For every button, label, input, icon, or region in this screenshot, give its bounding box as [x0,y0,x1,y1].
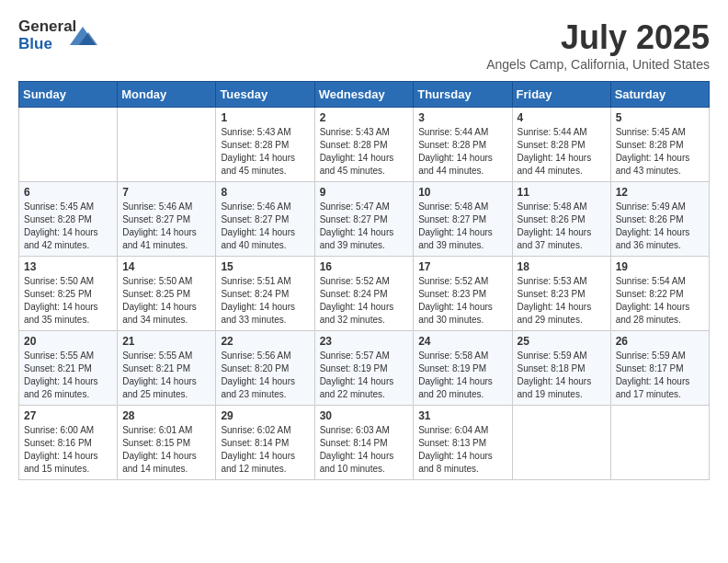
day-number: 29 [221,409,309,422]
day-info: Sunrise: 6:03 AM Sunset: 8:14 PM Dayligh… [320,424,409,476]
day-info: Sunrise: 6:04 AM Sunset: 8:13 PM Dayligh… [418,424,506,476]
table-row: 10Sunrise: 5:48 AM Sunset: 8:27 PM Dayli… [414,182,512,257]
day-number: 2 [320,111,409,124]
day-number: 26 [616,335,704,348]
day-info: Sunrise: 5:51 AM Sunset: 8:24 PM Dayligh… [221,275,309,327]
day-number: 9 [320,186,409,199]
day-number: 18 [518,260,606,273]
calendar-week-row: 6Sunrise: 5:45 AM Sunset: 8:28 PM Daylig… [19,182,710,257]
col-monday: Monday [118,82,216,108]
day-info: Sunrise: 5:45 AM Sunset: 8:28 PM Dayligh… [24,201,112,252]
page-header: General Blue July 2025 Angels Camp, Cali… [18,18,710,72]
col-tuesday: Tuesday [216,82,314,108]
table-row: 19Sunrise: 5:54 AM Sunset: 8:22 PM Dayli… [610,257,709,331]
day-info: Sunrise: 5:56 AM Sunset: 8:20 PM Dayligh… [221,350,309,401]
location-subtitle: Angels Camp, California, United States [486,57,710,72]
calendar-week-row: 1Sunrise: 5:43 AM Sunset: 8:28 PM Daylig… [19,108,710,182]
day-number: 27 [24,409,112,422]
calendar-week-row: 27Sunrise: 6:00 AM Sunset: 8:16 PM Dayli… [19,406,710,480]
logo-blue: Blue [18,36,64,53]
day-info: Sunrise: 5:58 AM Sunset: 8:19 PM Dayligh… [418,350,506,401]
day-number: 7 [122,186,210,199]
table-row: 30Sunrise: 6:03 AM Sunset: 8:14 PM Dayli… [314,406,414,480]
table-row: 8Sunrise: 5:46 AM Sunset: 8:27 PM Daylig… [216,182,314,257]
col-thursday: Thursday [414,82,512,108]
title-block: July 2025 Angels Camp, California, Unite… [486,18,710,72]
day-info: Sunrise: 6:01 AM Sunset: 8:15 PM Dayligh… [122,424,210,476]
table-row: 27Sunrise: 6:00 AM Sunset: 8:16 PM Dayli… [19,406,118,480]
table-row: 16Sunrise: 5:52 AM Sunset: 8:24 PM Dayli… [314,257,414,331]
table-row: 25Sunrise: 5:59 AM Sunset: 8:18 PM Dayli… [512,331,610,406]
day-number: 28 [122,409,210,422]
day-info: Sunrise: 5:50 AM Sunset: 8:25 PM Dayligh… [24,275,112,327]
day-info: Sunrise: 5:47 AM Sunset: 8:27 PM Dayligh… [320,201,409,252]
day-info: Sunrise: 5:59 AM Sunset: 8:18 PM Dayligh… [518,350,606,401]
table-row: 9Sunrise: 5:47 AM Sunset: 8:27 PM Daylig… [314,182,414,257]
table-row: 14Sunrise: 5:50 AM Sunset: 8:25 PM Dayli… [118,257,216,331]
table-row: 26Sunrise: 5:59 AM Sunset: 8:17 PM Dayli… [610,331,709,406]
table-row: 3Sunrise: 5:44 AM Sunset: 8:28 PM Daylig… [414,108,512,182]
day-info: Sunrise: 5:57 AM Sunset: 8:19 PM Dayligh… [320,350,409,401]
day-number: 25 [518,335,606,348]
day-number: 1 [221,111,309,124]
day-number: 10 [418,186,506,199]
col-friday: Friday [512,82,610,108]
day-info: Sunrise: 5:45 AM Sunset: 8:28 PM Dayligh… [616,126,704,178]
day-info: Sunrise: 5:52 AM Sunset: 8:24 PM Dayligh… [320,275,409,327]
table-row: 1Sunrise: 5:43 AM Sunset: 8:28 PM Daylig… [216,108,314,182]
day-number: 14 [122,260,210,273]
table-row: 20Sunrise: 5:55 AM Sunset: 8:21 PM Dayli… [19,331,118,406]
logo: General Blue [18,18,97,55]
day-number: 11 [518,186,606,199]
day-info: Sunrise: 5:44 AM Sunset: 8:28 PM Dayligh… [518,126,606,178]
calendar-week-row: 20Sunrise: 5:55 AM Sunset: 8:21 PM Dayli… [19,331,710,406]
day-info: Sunrise: 5:55 AM Sunset: 8:21 PM Dayligh… [122,350,210,401]
table-row: 23Sunrise: 5:57 AM Sunset: 8:19 PM Dayli… [314,331,414,406]
day-info: Sunrise: 5:46 AM Sunset: 8:27 PM Dayligh… [221,201,309,252]
table-row: 11Sunrise: 5:48 AM Sunset: 8:26 PM Dayli… [512,182,610,257]
day-number: 15 [221,260,309,273]
day-number: 24 [418,335,506,348]
day-number: 4 [518,111,606,124]
calendar-table: Sunday Monday Tuesday Wednesday Thursday… [18,81,710,480]
table-row [512,406,610,480]
day-info: Sunrise: 5:43 AM Sunset: 8:28 PM Dayligh… [320,126,409,178]
day-info: Sunrise: 6:00 AM Sunset: 8:16 PM Dayligh… [24,424,112,476]
table-row: 28Sunrise: 6:01 AM Sunset: 8:15 PM Dayli… [118,406,216,480]
table-row: 2Sunrise: 5:43 AM Sunset: 8:28 PM Daylig… [314,108,414,182]
day-number: 21 [122,335,210,348]
table-row: 13Sunrise: 5:50 AM Sunset: 8:25 PM Dayli… [19,257,118,331]
day-number: 12 [616,186,704,199]
logo-general: General [18,18,64,36]
table-row: 15Sunrise: 5:51 AM Sunset: 8:24 PM Dayli… [216,257,314,331]
table-row: 18Sunrise: 5:53 AM Sunset: 8:23 PM Dayli… [512,257,610,331]
day-info: Sunrise: 5:52 AM Sunset: 8:23 PM Dayligh… [418,275,506,327]
calendar-week-row: 13Sunrise: 5:50 AM Sunset: 8:25 PM Dayli… [19,257,710,331]
table-row: 22Sunrise: 5:56 AM Sunset: 8:20 PM Dayli… [216,331,314,406]
day-info: Sunrise: 5:49 AM Sunset: 8:26 PM Dayligh… [616,201,704,252]
day-number: 30 [320,409,409,422]
day-number: 5 [616,111,704,124]
day-info: Sunrise: 6:02 AM Sunset: 8:14 PM Dayligh… [221,424,309,476]
col-wednesday: Wednesday [314,82,414,108]
day-info: Sunrise: 5:43 AM Sunset: 8:28 PM Dayligh… [221,126,309,178]
day-info: Sunrise: 5:44 AM Sunset: 8:28 PM Dayligh… [418,126,506,178]
table-row: 5Sunrise: 5:45 AM Sunset: 8:28 PM Daylig… [610,108,709,182]
table-row: 17Sunrise: 5:52 AM Sunset: 8:23 PM Dayli… [414,257,512,331]
day-number: 31 [418,409,506,422]
day-number: 16 [320,260,409,273]
day-info: Sunrise: 5:55 AM Sunset: 8:21 PM Dayligh… [24,350,112,401]
table-row [19,108,118,182]
day-info: Sunrise: 5:59 AM Sunset: 8:17 PM Dayligh… [616,350,704,401]
table-row: 4Sunrise: 5:44 AM Sunset: 8:28 PM Daylig… [512,108,610,182]
day-number: 23 [320,335,409,348]
table-row: 7Sunrise: 5:46 AM Sunset: 8:27 PM Daylig… [118,182,216,257]
table-row [118,108,216,182]
day-info: Sunrise: 5:48 AM Sunset: 8:26 PM Dayligh… [518,201,606,252]
col-sunday: Sunday [19,82,118,108]
day-number: 22 [221,335,309,348]
day-number: 6 [24,186,112,199]
table-row: 29Sunrise: 6:02 AM Sunset: 8:14 PM Dayli… [216,406,314,480]
day-info: Sunrise: 5:54 AM Sunset: 8:22 PM Dayligh… [616,275,704,327]
table-row: 12Sunrise: 5:49 AM Sunset: 8:26 PM Dayli… [610,182,709,257]
